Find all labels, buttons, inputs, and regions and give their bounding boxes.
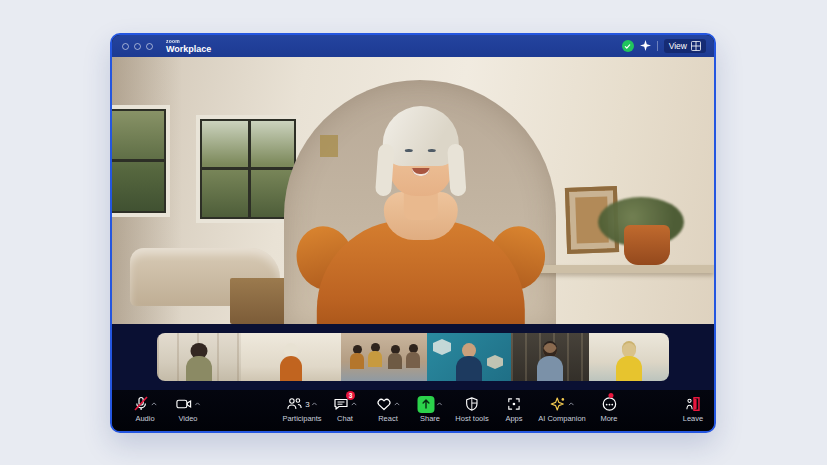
ai-companion-icon [550,396,567,412]
participants-icon [286,396,302,412]
camera-icon [176,396,193,412]
participant-thumbnail-3[interactable] [341,333,427,381]
side-shelf [524,265,714,273]
room-window-left [112,105,170,217]
grid-view-icon [691,41,701,51]
participant-thumbnail-2[interactable] [241,333,341,381]
host-tools-button[interactable]: Host tools [455,395,488,423]
filmstrip-band [112,324,714,390]
ai-chevron-icon[interactable] [569,401,575,407]
titlebar: zoom Workplace View [112,35,714,57]
chat-badge: 3 [346,391,355,400]
meeting-toolbar: Audio Video [112,390,714,431]
video-button[interactable]: Video [176,395,201,423]
participants-label: Participants [282,414,321,423]
window-control-zoom[interactable] [146,43,153,50]
view-button[interactable]: View [664,39,706,53]
video-label: Video [176,414,201,423]
host-tools-label: Host tools [455,414,488,423]
audio-label: Audio [133,414,157,423]
zoom-logo: zoom [166,39,211,44]
ai-companion-button[interactable]: AI Companion [538,395,586,423]
apps-label: Apps [505,414,522,423]
hair-side-right [447,144,467,197]
window-control-minimize[interactable] [134,43,141,50]
zoom-meeting-window: zoom Workplace View [110,33,716,433]
muted-mic-icon [133,396,149,412]
participant-thumbnail-5[interactable] [511,333,589,381]
participant-thumbnail-6[interactable] [589,333,669,381]
participant-thumbnail-4[interactable] [427,333,511,381]
video-chevron-icon[interactable] [195,401,201,407]
eye-left [405,149,413,153]
leave-door-icon [685,396,702,412]
eye-right [428,149,436,153]
app-brand: zoom Workplace [166,39,211,54]
active-speaker-video [112,57,714,324]
hair-side-left [375,144,395,197]
participants-chevron-icon[interactable] [312,401,318,407]
audio-chevron-icon[interactable] [151,401,157,407]
chat-button[interactable]: 3 Chat [333,395,357,423]
leave-label: Leave [683,414,703,423]
participants-count: 3 [305,400,309,409]
speaker-figure [291,92,551,324]
participant-filmstrip [157,333,669,381]
more-button[interactable]: More [600,395,617,423]
ai-sparkle-icon[interactable] [640,37,651,55]
more-icon [601,396,617,412]
plant-pot [624,225,670,265]
share-label: Share [418,414,443,423]
react-button[interactable]: React [376,395,400,423]
chat-chevron-icon[interactable] [351,401,357,407]
share-button[interactable]: Share [418,395,443,423]
share-screen-icon [418,396,435,413]
react-label: React [376,414,400,423]
audio-button[interactable]: Audio [133,395,157,423]
participants-button[interactable]: 3 Participants [282,395,321,423]
chat-label: Chat [333,414,357,423]
shield-icon [464,396,479,412]
security-shield-icon[interactable] [622,40,634,52]
apps-button[interactable]: Apps [505,395,522,423]
workplace-title: Workplace [166,45,211,54]
react-chevron-icon[interactable] [394,401,400,407]
share-chevron-icon[interactable] [437,401,443,407]
leave-button[interactable]: Leave [683,395,703,423]
participant-thumbnail-1[interactable] [157,333,241,381]
titlebar-divider [657,41,658,51]
ai-companion-label: AI Companion [538,414,586,423]
titlebar-right-cluster: View [622,35,706,57]
window-control-close[interactable] [122,43,129,50]
window-controls [122,43,153,50]
view-button-label: View [669,41,687,51]
apps-icon [506,396,521,412]
heart-icon [376,396,392,412]
desktop-background: zoom Workplace View [0,0,827,465]
more-label: More [600,414,617,423]
